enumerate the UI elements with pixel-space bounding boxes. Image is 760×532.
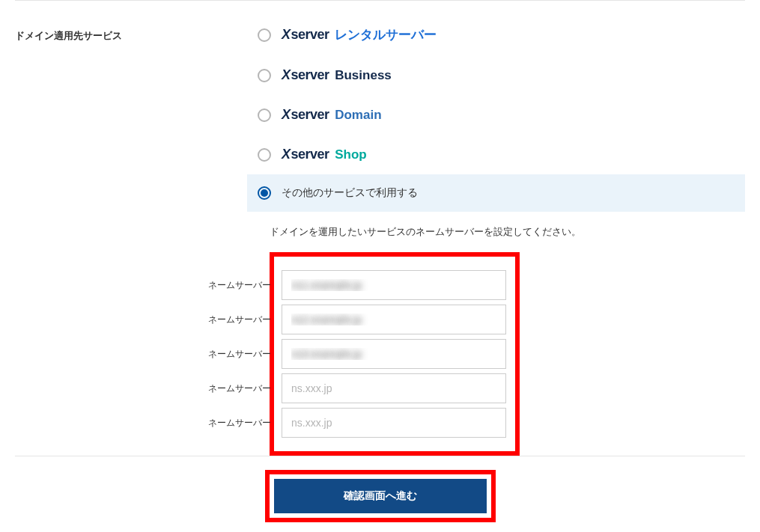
option-brand-domain: Xserver Domain — [282, 107, 382, 123]
nameserver-input-4[interactable] — [282, 373, 506, 403]
radio-icon — [258, 148, 271, 162]
radio-icon — [258, 69, 271, 82]
nameserver-input-1[interactable] — [282, 270, 506, 300]
option-suffix-shop: Shop — [335, 147, 367, 162]
submit-highlight-box: 確認画面へ進む — [265, 470, 496, 522]
radio-icon-selected — [258, 186, 271, 200]
submit-button[interactable]: 確認画面へ進む — [274, 479, 487, 513]
nameserver-input-2[interactable] — [282, 305, 506, 334]
nameserver-input-3[interactable] — [282, 339, 506, 369]
nameserver-instruction: ドメインを運用したいサービスのネームサーバーを設定してください。 — [270, 225, 745, 239]
option-brand-rental: Xserver レンタルサーバー — [282, 26, 437, 43]
radio-option-rental[interactable]: Xserver レンタルサーバー — [247, 14, 745, 55]
nameserver-section: ドメインを運用したいサービスのネームサーバーを設定してください。 ネームサーバー… — [247, 212, 745, 456]
option-suffix-business: Business — [335, 68, 392, 82]
option-suffix-domain: Domain — [335, 108, 381, 122]
nameserver-label-3: ネームサーバー — [205, 348, 274, 361]
nameserver-label-1: ネームサーバー — [205, 279, 274, 292]
radio-option-other[interactable]: その他のサービスで利用する — [247, 174, 745, 212]
radio-option-domain[interactable]: Xserver Domain — [247, 95, 745, 135]
nameserver-label-4: ネームサーバー — [205, 382, 274, 395]
submit-button-label: 確認画面へ進む — [344, 489, 417, 503]
nameserver-highlight-box: ネームサーバー ネームサーバー ネームサーバー ネームサーバー — [270, 252, 520, 456]
option-brand-business: Xserver Business — [282, 67, 392, 83]
radio-option-business[interactable]: Xserver Business — [247, 55, 745, 95]
radio-option-shop[interactable]: Xserver Shop — [247, 135, 745, 174]
nameserver-input-5[interactable] — [282, 408, 506, 438]
option-brand-shop: Xserver Shop — [282, 147, 367, 162]
radio-icon — [258, 28, 271, 42]
nameserver-label-2: ネームサーバー — [205, 314, 274, 326]
section-label: ドメイン適用先サービス — [15, 14, 247, 43]
radio-icon — [258, 108, 271, 122]
nameserver-label-5: ネームサーバー — [205, 417, 274, 429]
option-other-label: その他のサービスで利用する — [282, 186, 418, 200]
option-suffix-rental: レンタルサーバー — [335, 28, 437, 42]
options-column: Xserver レンタルサーバー Xserver Business Xserve… — [247, 14, 745, 456]
